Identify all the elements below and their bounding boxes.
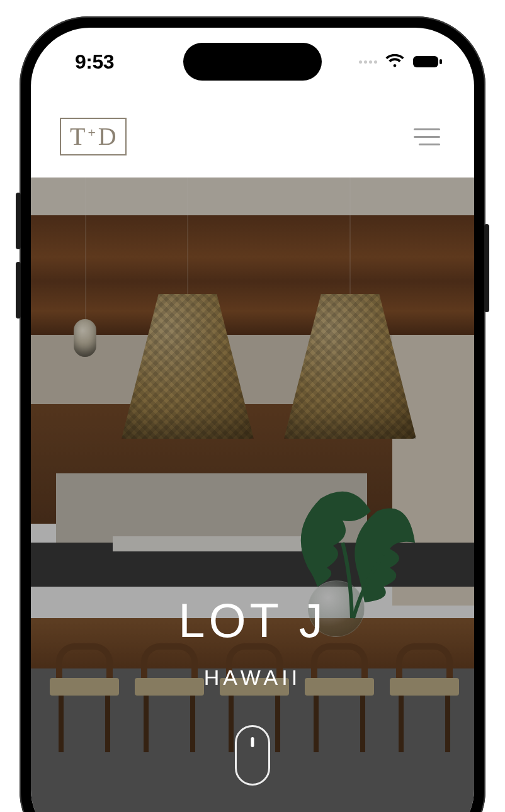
hero-text: LOT J HAWAII: [31, 593, 474, 690]
volume-up-button[interactable]: [16, 193, 21, 249]
svg-rect-0: [413, 56, 438, 67]
hamburger-line-icon: [419, 144, 440, 145]
volume-down-button[interactable]: [16, 262, 21, 319]
brand-logo[interactable]: T + D: [60, 118, 127, 155]
logo-plus-icon: +: [88, 126, 95, 140]
hero-section: LOT J HAWAII: [31, 178, 474, 812]
app-header: T + D: [31, 96, 474, 178]
logo-letter-left: T: [70, 124, 85, 149]
hamburger-line-icon: [414, 128, 440, 130]
wifi-icon: [385, 54, 405, 69]
hero-dark-overlay: [31, 178, 474, 812]
logo-letter-right: D: [98, 124, 116, 149]
status-right: [359, 54, 443, 69]
dynamic-island: [183, 43, 322, 81]
scroll-down-icon[interactable]: [235, 725, 270, 786]
menu-button[interactable]: [409, 123, 445, 150]
svg-rect-1: [440, 59, 442, 64]
screen: 9:53: [31, 28, 474, 812]
cellular-dots-icon: [359, 60, 377, 64]
device-frame: 9:53: [20, 16, 485, 812]
hero-title: LOT J: [31, 593, 474, 648]
hero-subtitle: HAWAII: [31, 665, 474, 690]
status-time: 9:53: [75, 50, 114, 74]
battery-icon: [412, 54, 443, 69]
power-button[interactable]: [484, 224, 489, 312]
hamburger-line-icon: [414, 136, 440, 138]
